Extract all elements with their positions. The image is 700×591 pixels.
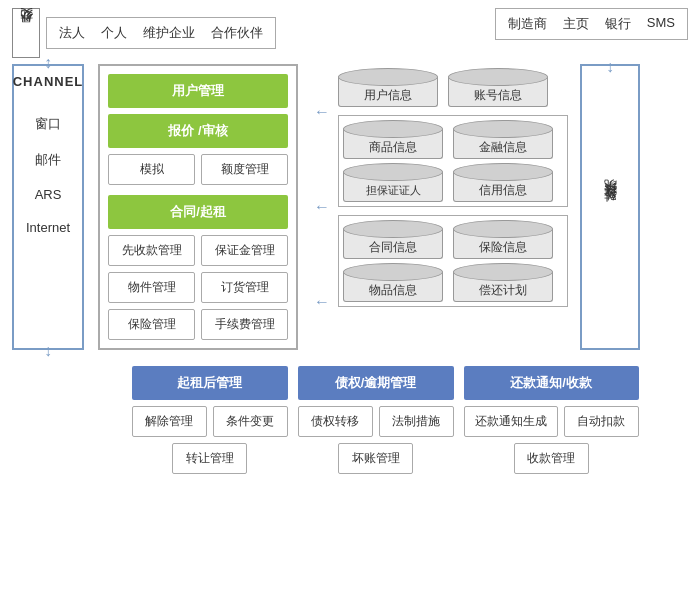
advance-collect-btn[interactable]: 先收款管理 (108, 235, 195, 266)
transfer-mgmt-btn[interactable]: 转让管理 (172, 443, 247, 474)
db-product-info: 商品信息 (343, 120, 443, 159)
label-sms: SMS (647, 15, 675, 33)
db-row-4: 物品信息 偿还计划 (343, 263, 563, 302)
db-top-1 (338, 68, 438, 86)
transaction-box: 交易处 (12, 8, 40, 58)
outer-right-label: 对外连接系统 (600, 201, 620, 213)
col2-row2: 坏账管理 (298, 443, 454, 474)
simulate-btn[interactable]: 模拟 (108, 154, 195, 185)
order-mgmt-btn[interactable]: 订货管理 (201, 272, 288, 303)
repay-notify-btn[interactable]: 还款通知/收款 (464, 366, 639, 400)
fee-mgmt-btn[interactable]: 手续费管理 (201, 309, 288, 340)
col1-row2: 转让管理 (132, 443, 288, 474)
legal-measures-btn[interactable]: 法制措施 (379, 406, 454, 437)
top-section-left: 交易处 法人 个人 维护企业 合作伙伴 (12, 8, 276, 58)
repay-notice-gen-btn[interactable]: 还款通知生成 (464, 406, 558, 437)
label-legal: 法人 (59, 24, 85, 42)
arrow-down-channel: ↕ (44, 342, 52, 360)
channel-title: CHANNEL (13, 74, 84, 89)
advance-deposit-row: 先收款管理 保证金管理 (108, 235, 288, 266)
collection-mgmt-btn[interactable]: 收款管理 (514, 443, 589, 474)
cancel-mgmt-btn[interactable]: 解除管理 (132, 406, 207, 437)
db-top-3 (343, 120, 443, 138)
top-section: 交易处 法人 个人 维护企业 合作伙伴 制造商 主页 银行 SMS (8, 8, 692, 58)
item-mgmt-btn[interactable]: 物件管理 (108, 272, 195, 303)
col1-row1: 解除管理 条件变更 (132, 406, 288, 437)
db-top-9 (343, 263, 443, 281)
center-management-box: 用户管理 报价 /审核 模拟 额度管理 合同/起租 先收款管理 保证金管理 物件… (98, 64, 298, 350)
label-partner: 合作伙伴 (211, 24, 263, 42)
channel-items: 窗口 邮件 ARS Internet (18, 105, 78, 235)
label-personal: 个人 (101, 24, 127, 42)
arrow-mid-1: ← (314, 103, 330, 121)
quota-mgmt-btn[interactable]: 额度管理 (201, 154, 288, 185)
right-label-box: 制造商 主页 银行 SMS (495, 8, 688, 40)
insurance-fee-row: 保险管理 手续费管理 (108, 309, 288, 340)
db-row-1: 用户信息 账号信息 (338, 68, 568, 107)
db-top-4 (453, 120, 553, 138)
db-group-3: 合同信息 保险信息 物品信息 偿还计划 (338, 215, 568, 307)
label-manufacturer: 制造商 (508, 15, 547, 33)
db-goods-info: 物品信息 (343, 263, 443, 302)
db-account-info: 账号信息 (448, 68, 548, 107)
db-top-2 (448, 68, 548, 86)
arrow-up-right: ↕ (606, 54, 614, 80)
bottom-col-1: 起租后管理 解除管理 条件变更 转让管理 (132, 366, 288, 474)
db-top-8 (453, 220, 553, 238)
insurance-mgmt-btn[interactable]: 保险管理 (108, 309, 195, 340)
main-container: 交易处 法人 个人 维护企业 合作伙伴 制造商 主页 银行 SMS ↕ CHAN… (0, 0, 700, 591)
channel-item-mail: 邮件 (35, 151, 61, 169)
item-order-row: 物件管理 订货管理 (108, 272, 288, 303)
auto-debit-btn[interactable]: 自动扣款 (564, 406, 639, 437)
arrow-mid-2: ← (314, 198, 330, 216)
db-top-10 (453, 263, 553, 281)
post-rent-mgmt-btn[interactable]: 起租后管理 (132, 366, 288, 400)
left-label-box: 法人 个人 维护企业 合作伙伴 (46, 17, 276, 49)
label-bank: 银行 (605, 15, 631, 33)
channel-item-internet: Internet (26, 220, 70, 235)
condition-change-btn[interactable]: 条件变更 (213, 406, 288, 437)
simulate-quota-row: 模拟 额度管理 (108, 154, 288, 185)
db-top-6 (453, 163, 553, 181)
col3-row2: 收款管理 (464, 443, 639, 474)
quote-review-btn[interactable]: 报价 /审核 (108, 114, 288, 148)
channel-item-ars: ARS (35, 187, 62, 202)
bottom-section: 起租后管理 解除管理 条件变更 转让管理 债权/逾期管理 债权转移 法制措施 坏… (88, 366, 682, 474)
db-row-3: 合同信息 保险信息 (343, 220, 563, 259)
deposit-mgmt-btn[interactable]: 保证金管理 (201, 235, 288, 266)
arrow-up-channel: ↕ (44, 54, 52, 72)
db-group-2: 商品信息 金融信息 担保证证人 信用信息 (338, 115, 568, 207)
db-top-5 (343, 163, 443, 181)
db-repay-plan: 偿还计划 (453, 263, 553, 302)
db-top-7 (343, 220, 443, 238)
user-mgmt-btn[interactable]: 用户管理 (108, 74, 288, 108)
debt-transfer-btn[interactable]: 债权转移 (298, 406, 373, 437)
label-maintain: 维护企业 (143, 24, 195, 42)
bad-debt-mgmt-btn[interactable]: 坏账管理 (338, 443, 413, 474)
db-user-info: 用户信息 (338, 68, 438, 107)
db-guarantor: 担保证证人 (343, 163, 443, 202)
db-row-2b: 担保证证人 信用信息 (343, 163, 563, 202)
bottom-col-2: 债权/逾期管理 债权转移 法制措施 坏账管理 (298, 366, 454, 474)
col2-row1: 债权转移 法制措施 (298, 406, 454, 437)
db-insurance-info: 保险信息 (453, 220, 553, 259)
channel-box: ↕ CHANNEL 窗口 邮件 ARS Internet ↕ (12, 64, 84, 350)
db-finance-info: 金融信息 (453, 120, 553, 159)
bottom-main-row: 起租后管理 解除管理 条件变更 转让管理 债权/逾期管理 债权转移 法制措施 坏… (88, 366, 682, 474)
db-row-2a: 商品信息 金融信息 (343, 120, 563, 159)
outer-right-box: ↕ 对外连接系统 (580, 64, 640, 350)
db-credit-info: 信用信息 (453, 163, 553, 202)
label-homepage: 主页 (563, 15, 589, 33)
col3-row1: 还款通知生成 自动扣款 (464, 406, 639, 437)
debt-overdue-btn[interactable]: 债权/逾期管理 (298, 366, 454, 400)
contract-rent-btn[interactable]: 合同/起租 (108, 195, 288, 229)
middle-arrows: ← ← ← (312, 64, 332, 350)
db-contract-info: 合同信息 (343, 220, 443, 259)
arrow-mid-3: ← (314, 293, 330, 311)
db-area: 用户信息 账号信息 商品信息 金融信息 (338, 64, 568, 350)
channel-item-window: 窗口 (35, 115, 61, 133)
bottom-col-3: 还款通知/收款 还款通知生成 自动扣款 收款管理 (464, 366, 639, 474)
